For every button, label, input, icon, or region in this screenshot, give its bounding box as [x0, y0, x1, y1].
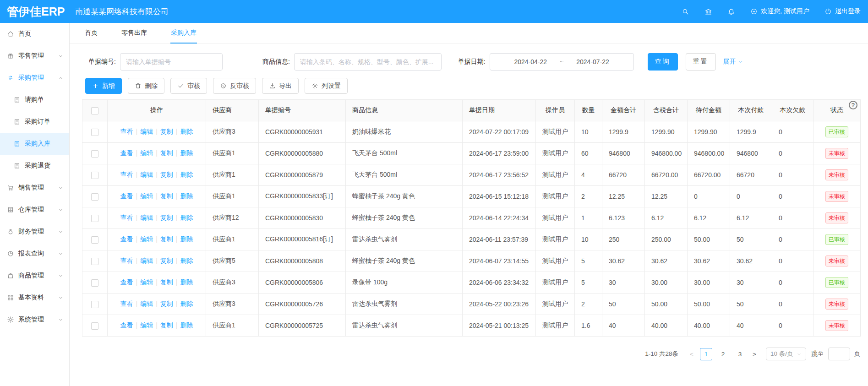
edit-link[interactable]: 编辑	[140, 214, 153, 221]
tab-home[interactable]: 首页	[84, 23, 98, 43]
sidebar-item-purchase-inbound[interactable]: 采购入库	[0, 133, 69, 155]
copy-link[interactable]: 复制	[160, 214, 173, 221]
search-icon[interactable]	[682, 8, 689, 16]
logout-button[interactable]: 退出登录	[824, 7, 861, 16]
audit-button[interactable]: 审核	[170, 78, 207, 94]
user-menu[interactable]: 欢迎您, 测试用户	[750, 7, 809, 16]
export-button[interactable]: 导出	[262, 78, 299, 94]
row-checkbox[interactable]	[91, 150, 98, 158]
edit-link[interactable]: 编辑	[140, 149, 153, 157]
row-checkbox[interactable]	[91, 236, 98, 244]
delete-link[interactable]: 删除	[180, 235, 193, 243]
view-link[interactable]: 查看	[120, 192, 133, 200]
date-to-value[interactable]: 2024-07-22	[576, 58, 609, 65]
unaudit-button[interactable]: 反审核	[213, 78, 256, 94]
copy-link[interactable]: 复制	[160, 171, 173, 178]
tab-retail-outbound[interactable]: 零售出库	[121, 23, 147, 43]
sidebar-item-retail-manage[interactable]: 零售管理	[0, 45, 69, 67]
sidebar-item-base-data[interactable]: 基本资料	[0, 287, 69, 309]
sidebar-item-purchase-order[interactable]: 采购订单	[0, 111, 69, 133]
copy-link[interactable]: 复制	[160, 278, 173, 286]
sidebar-item-finance-manage[interactable]: 财务管理	[0, 221, 69, 243]
sidebar-item-home[interactable]: 首页	[0, 23, 69, 45]
delete-link[interactable]: 删除	[180, 128, 193, 135]
cell-qty: 10	[575, 229, 602, 250]
col-header-payable: 待付金额	[688, 100, 730, 121]
edit-link[interactable]: 编辑	[140, 300, 153, 307]
date-range-picker[interactable]: 2024-04-22 ~ 2024-07-22	[490, 53, 634, 71]
view-link[interactable]: 查看	[120, 278, 133, 286]
row-checkbox[interactable]	[91, 322, 98, 330]
view-link[interactable]: 查看	[120, 149, 133, 157]
sidebar-item-purchase-manage[interactable]: 采购管理	[0, 67, 69, 89]
cell-status: 未审核	[813, 315, 861, 337]
copy-link[interactable]: 复制	[160, 321, 173, 329]
sidebar-item-goods-manage[interactable]: 商品管理	[0, 265, 69, 287]
goods-info-input[interactable]	[294, 53, 442, 71]
delete-link[interactable]: 删除	[180, 257, 193, 264]
edit-link[interactable]: 编辑	[140, 321, 153, 329]
copy-link[interactable]: 复制	[160, 192, 173, 200]
bill-no-input[interactable]	[120, 53, 223, 71]
view-link[interactable]: 查看	[120, 128, 133, 135]
page-button-2[interactable]: 2	[717, 348, 729, 360]
sidebar-item-system-manage[interactable]: 系统管理	[0, 309, 69, 331]
jump-page-input[interactable]	[828, 348, 850, 360]
edit-link[interactable]: 编辑	[140, 257, 153, 264]
next-page-arrow[interactable]: >	[748, 351, 760, 358]
row-checkbox[interactable]	[91, 301, 98, 308]
row-checkbox[interactable]	[91, 258, 98, 265]
sidebar-item-request-order[interactable]: 请购单	[0, 89, 69, 111]
delete-link[interactable]: 删除	[180, 192, 193, 200]
delete-link[interactable]: 删除	[180, 300, 193, 307]
delete-link[interactable]: 删除	[180, 278, 193, 286]
search-button[interactable]: 查询	[648, 53, 678, 71]
edit-link[interactable]: 编辑	[140, 192, 153, 200]
delete-link[interactable]: 删除	[180, 214, 193, 221]
sidebar-item-sales-manage[interactable]: 销售管理	[0, 177, 69, 199]
copy-link[interactable]: 复制	[160, 149, 173, 157]
copy-link[interactable]: 复制	[160, 128, 173, 135]
help-icon[interactable]: ?	[849, 101, 857, 109]
row-checkbox[interactable]	[91, 279, 98, 287]
sidebar-item-purchase-return[interactable]: 采购退货	[0, 155, 69, 177]
view-link[interactable]: 查看	[120, 171, 133, 178]
copy-link[interactable]: 复制	[160, 300, 173, 307]
row-checkbox[interactable]	[91, 129, 98, 136]
row-checkbox[interactable]	[91, 172, 98, 179]
bank-icon[interactable]	[704, 8, 712, 16]
prev-page-arrow[interactable]: <	[686, 351, 698, 358]
edit-link[interactable]: 编辑	[140, 171, 153, 178]
view-link[interactable]: 查看	[120, 214, 133, 221]
select-all-checkbox[interactable]	[91, 107, 98, 114]
add-button[interactable]: 新增	[85, 78, 122, 94]
reset-button[interactable]: 重置	[686, 53, 716, 71]
tab-purchase-inbound[interactable]: 采购入库	[170, 23, 197, 43]
view-link[interactable]: 查看	[120, 300, 133, 307]
action-separator: |	[136, 128, 138, 135]
row-checkbox[interactable]	[91, 193, 98, 201]
column-settings-button[interactable]: 列设置	[305, 78, 348, 94]
delete-button[interactable]: 删除	[128, 78, 164, 94]
date-from-value[interactable]: 2024-04-22	[514, 58, 547, 65]
edit-link[interactable]: 编辑	[140, 235, 153, 243]
edit-link[interactable]: 编辑	[140, 278, 153, 286]
copy-link[interactable]: 复制	[160, 235, 173, 243]
page-size-select[interactable]: 10 条/页	[766, 348, 806, 360]
sidebar-item-warehouse-manage[interactable]: 仓库管理	[0, 199, 69, 221]
view-link[interactable]: 查看	[120, 257, 133, 264]
sidebar-item-report-query[interactable]: 报表查询	[0, 243, 69, 265]
page-button-3[interactable]: 3	[734, 348, 746, 360]
bell-icon[interactable]	[727, 8, 735, 16]
edit-link[interactable]: 编辑	[140, 128, 153, 135]
view-link[interactable]: 查看	[120, 235, 133, 243]
delete-link[interactable]: 删除	[180, 171, 193, 178]
expand-toggle[interactable]: 展开	[723, 58, 743, 66]
page-button-1[interactable]: 1	[700, 348, 712, 360]
column-settings-label: 列设置	[322, 82, 341, 90]
delete-link[interactable]: 删除	[180, 321, 193, 329]
row-checkbox[interactable]	[91, 215, 98, 222]
delete-link[interactable]: 删除	[180, 149, 193, 157]
copy-link[interactable]: 复制	[160, 257, 173, 264]
view-link[interactable]: 查看	[120, 321, 133, 329]
